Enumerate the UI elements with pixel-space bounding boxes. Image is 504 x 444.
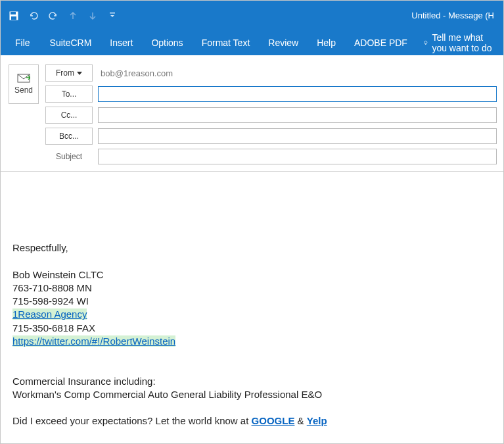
- to-button[interactable]: To...: [45, 86, 93, 103]
- bcc-button[interactable]: Bcc...: [45, 128, 93, 145]
- chevron-down-icon: [77, 72, 82, 75]
- from-value: bob@1reason.com: [98, 68, 497, 78]
- tab-adobe-pdf[interactable]: ADOBE PDF: [345, 30, 417, 55]
- sig-phone-mn: 763-710-8808 MN: [12, 282, 492, 295]
- tab-insert[interactable]: Insert: [101, 30, 142, 55]
- lightbulb-icon: [423, 38, 428, 47]
- svg-rect-3: [11, 16, 16, 20]
- svg-rect-4: [110, 12, 115, 14]
- from-button[interactable]: From: [45, 64, 93, 82]
- svg-point-5: [424, 41, 426, 43]
- sig-name: Bob Weinstein CLTC: [12, 268, 492, 282]
- window-title: Untitled - Message (H: [120, 11, 498, 20]
- homeowners-line: Yes, homeowners and auto too: [12, 441, 492, 444]
- envelope-icon: [17, 74, 30, 83]
- tab-help[interactable]: Help: [308, 30, 345, 55]
- cc-field[interactable]: [98, 107, 497, 123]
- arrow-down-icon[interactable]: [85, 8, 101, 24]
- agency-link[interactable]: 1Reason Agency: [12, 308, 87, 320]
- ribbon: File SuiteCRM Insert Options Format Text…: [1, 30, 503, 55]
- svg-rect-6: [425, 44, 426, 45]
- title-bar: Untitled - Message (H: [1, 1, 503, 30]
- google-link[interactable]: GOOGLE: [252, 415, 295, 426]
- outlook-compose-window: Untitled - Message (H File SuiteCRM Inse…: [0, 0, 504, 444]
- to-field[interactable]: [98, 86, 497, 102]
- subject-label: Subject: [45, 152, 93, 161]
- tab-review[interactable]: Review: [259, 30, 308, 55]
- cc-button[interactable]: Cc...: [45, 107, 93, 124]
- insurance-heading: Commercial Insurance including:: [12, 375, 492, 388]
- tab-options[interactable]: Options: [142, 30, 192, 55]
- quick-access-toolbar: [6, 8, 120, 24]
- sig-fax: 715-350-6818 FAX: [12, 322, 492, 335]
- tab-file[interactable]: File: [5, 30, 41, 55]
- subject-field[interactable]: [98, 149, 497, 164]
- insurance-list: Workman's Comp Commercial Auto General L…: [12, 388, 492, 401]
- arrow-up-icon[interactable]: [65, 8, 81, 24]
- compose-header: Send From bob@1reason.com To... Cc...: [1, 55, 503, 172]
- message-body[interactable]: Respectfully, Bob Weinstein CLTC 763-710…: [1, 172, 503, 444]
- yelp-link[interactable]: Yelp: [307, 415, 327, 426]
- bcc-field[interactable]: [98, 128, 497, 144]
- tell-me-search[interactable]: Tell me what you want to do: [417, 32, 499, 53]
- tab-format-text[interactable]: Format Text: [193, 30, 260, 55]
- save-icon[interactable]: [6, 8, 22, 24]
- svg-rect-2: [11, 12, 16, 14]
- twitter-link[interactable]: https://twitter.com/#!/RobertWeinstein: [12, 335, 175, 347]
- undo-icon[interactable]: [26, 8, 41, 24]
- qat-customize-icon[interactable]: [104, 8, 120, 24]
- review-line: Did I exceed your expectations? Let the …: [12, 414, 492, 428]
- sig-greeting: Respectfully,: [12, 241, 492, 255]
- send-label: Send: [14, 86, 33, 95]
- sig-phone-wi: 715-598-9924 WI: [12, 295, 492, 308]
- tab-suitecrm[interactable]: SuiteCRM: [41, 30, 101, 55]
- send-button[interactable]: Send: [9, 64, 39, 104]
- redo-icon[interactable]: [45, 8, 61, 24]
- tell-me-label: Tell me what you want to do: [432, 32, 493, 53]
